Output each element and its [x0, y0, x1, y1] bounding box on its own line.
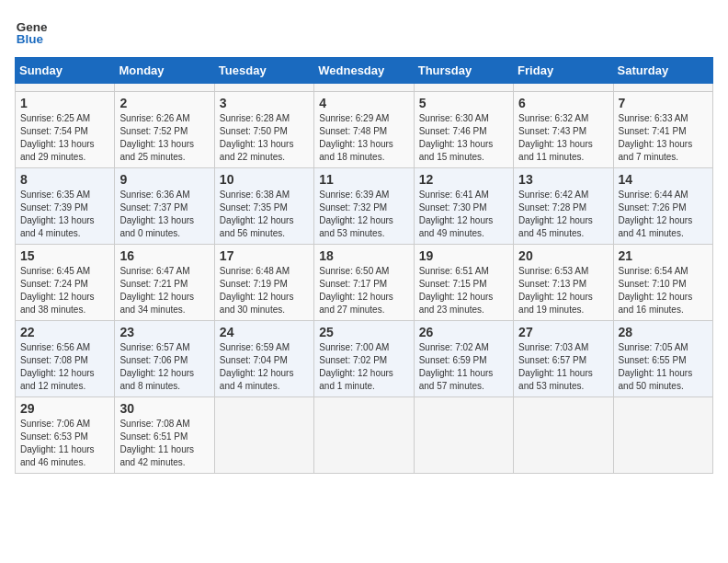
day-number: 3: [220, 96, 309, 110]
day-info: Sunrise: 6:42 AM Sunset: 7:28 PM Dayligh…: [518, 189, 608, 240]
calendar-cell: 12Sunrise: 6:41 AM Sunset: 7:30 PM Dayli…: [414, 168, 513, 245]
day-number: 25: [319, 325, 408, 339]
day-info: Sunrise: 6:29 AM Sunset: 7:48 PM Dayligh…: [319, 112, 408, 164]
day-info: Sunrise: 6:25 AM Sunset: 7:54 PM Dayligh…: [20, 112, 109, 164]
calendar-cell: 2Sunrise: 6:26 AM Sunset: 7:52 PM Daylig…: [115, 92, 214, 168]
day-info: Sunrise: 7:03 AM Sunset: 6:57 PM Dayligh…: [518, 341, 608, 393]
weekday-header-monday: Monday: [115, 58, 214, 84]
calendar-table: SundayMondayTuesdayWednesdayThursdayFrid…: [15, 57, 713, 474]
day-number: 29: [20, 401, 109, 416]
day-info: Sunrise: 6:56 AM Sunset: 7:08 PM Dayligh…: [20, 341, 109, 393]
logo-icon: General Blue: [15, 15, 48, 48]
calendar-cell: 30Sunrise: 7:08 AM Sunset: 6:51 PM Dayli…: [115, 397, 214, 474]
weekday-header-wednesday: Wednesday: [314, 58, 414, 84]
calendar-cell: 19Sunrise: 6:51 AM Sunset: 7:15 PM Dayli…: [414, 245, 513, 321]
calendar-cell: [314, 397, 414, 474]
day-info: Sunrise: 6:33 AM Sunset: 7:41 PM Dayligh…: [619, 112, 708, 164]
calendar-cell: 11Sunrise: 6:39 AM Sunset: 7:32 PM Dayli…: [314, 168, 414, 245]
day-number: 8: [20, 172, 109, 187]
day-info: Sunrise: 7:08 AM Sunset: 6:51 PM Dayligh…: [119, 418, 209, 469]
day-number: 22: [20, 325, 109, 339]
calendar-cell: [314, 84, 414, 92]
day-number: 2: [119, 96, 209, 110]
calendar-week-0: [16, 84, 713, 92]
day-number: 18: [319, 248, 408, 263]
day-number: 11: [319, 172, 408, 187]
day-info: Sunrise: 6:44 AM Sunset: 7:26 PM Dayligh…: [619, 189, 708, 240]
calendar-cell: [613, 84, 712, 92]
calendar-week-2: 8Sunrise: 6:35 AM Sunset: 7:39 PM Daylig…: [16, 168, 713, 245]
calendar-cell: 22Sunrise: 6:56 AM Sunset: 7:08 PM Dayli…: [16, 321, 115, 397]
day-info: Sunrise: 6:26 AM Sunset: 7:52 PM Dayligh…: [119, 112, 209, 164]
day-number: 10: [220, 172, 309, 187]
day-number: 21: [619, 248, 708, 263]
day-number: 26: [419, 325, 508, 339]
day-number: 4: [319, 96, 408, 110]
day-info: Sunrise: 7:00 AM Sunset: 7:02 PM Dayligh…: [319, 341, 408, 393]
svg-text:Blue: Blue: [17, 32, 44, 46]
day-info: Sunrise: 6:59 AM Sunset: 7:04 PM Dayligh…: [220, 341, 309, 393]
day-number: 23: [119, 325, 209, 339]
calendar-cell: 16Sunrise: 6:47 AM Sunset: 7:21 PM Dayli…: [115, 245, 214, 321]
day-info: Sunrise: 6:51 AM Sunset: 7:15 PM Dayligh…: [419, 265, 508, 316]
calendar-cell: 24Sunrise: 6:59 AM Sunset: 7:04 PM Dayli…: [214, 321, 313, 397]
day-number: 27: [518, 325, 608, 339]
day-number: 9: [119, 172, 209, 187]
calendar-cell: 6Sunrise: 6:32 AM Sunset: 7:43 PM Daylig…: [514, 92, 613, 168]
day-info: Sunrise: 6:39 AM Sunset: 7:32 PM Dayligh…: [319, 189, 408, 240]
calendar-cell: 9Sunrise: 6:36 AM Sunset: 7:37 PM Daylig…: [115, 168, 214, 245]
weekday-header-saturday: Saturday: [613, 58, 712, 84]
day-info: Sunrise: 7:06 AM Sunset: 6:53 PM Dayligh…: [20, 418, 109, 469]
day-number: 15: [20, 248, 109, 263]
calendar-cell: [214, 397, 313, 474]
calendar-week-3: 15Sunrise: 6:45 AM Sunset: 7:24 PM Dayli…: [16, 245, 713, 321]
day-info: Sunrise: 6:45 AM Sunset: 7:24 PM Dayligh…: [20, 265, 109, 316]
day-info: Sunrise: 6:38 AM Sunset: 7:35 PM Dayligh…: [220, 189, 309, 240]
calendar-cell: [16, 84, 115, 92]
day-info: Sunrise: 6:53 AM Sunset: 7:13 PM Dayligh…: [518, 265, 608, 316]
calendar-cell: 13Sunrise: 6:42 AM Sunset: 7:28 PM Dayli…: [514, 168, 613, 245]
calendar-week-1: 1Sunrise: 6:25 AM Sunset: 7:54 PM Daylig…: [16, 92, 713, 168]
weekday-header-row: SundayMondayTuesdayWednesdayThursdayFrid…: [16, 58, 713, 84]
calendar-cell: 20Sunrise: 6:53 AM Sunset: 7:13 PM Dayli…: [514, 245, 613, 321]
day-info: Sunrise: 6:57 AM Sunset: 7:06 PM Dayligh…: [119, 341, 209, 393]
day-number: 30: [119, 401, 209, 416]
calendar-cell: 21Sunrise: 6:54 AM Sunset: 7:10 PM Dayli…: [613, 245, 712, 321]
day-number: 20: [518, 248, 608, 263]
calendar-cell: [514, 84, 613, 92]
day-info: Sunrise: 6:35 AM Sunset: 7:39 PM Dayligh…: [20, 189, 109, 240]
calendar-cell: 15Sunrise: 6:45 AM Sunset: 7:24 PM Dayli…: [16, 245, 115, 321]
weekday-header-thursday: Thursday: [414, 58, 513, 84]
day-info: Sunrise: 6:54 AM Sunset: 7:10 PM Dayligh…: [619, 265, 708, 316]
calendar-cell: 23Sunrise: 6:57 AM Sunset: 7:06 PM Dayli…: [115, 321, 214, 397]
calendar-cell: 10Sunrise: 6:38 AM Sunset: 7:35 PM Dayli…: [214, 168, 313, 245]
day-number: 1: [20, 96, 109, 110]
day-info: Sunrise: 6:32 AM Sunset: 7:43 PM Dayligh…: [518, 112, 608, 164]
page-header: General Blue: [15, 15, 713, 48]
calendar-cell: 5Sunrise: 6:30 AM Sunset: 7:46 PM Daylig…: [414, 92, 513, 168]
calendar-cell: 27Sunrise: 7:03 AM Sunset: 6:57 PM Dayli…: [514, 321, 613, 397]
day-number: 17: [220, 248, 309, 263]
day-number: 13: [518, 172, 608, 187]
day-info: Sunrise: 6:36 AM Sunset: 7:37 PM Dayligh…: [119, 189, 209, 240]
day-number: 14: [619, 172, 708, 187]
day-number: 6: [518, 96, 608, 110]
calendar-cell: 28Sunrise: 7:05 AM Sunset: 6:55 PM Dayli…: [613, 321, 712, 397]
day-info: Sunrise: 7:05 AM Sunset: 6:55 PM Dayligh…: [619, 341, 708, 393]
day-number: 5: [419, 96, 508, 110]
day-info: Sunrise: 6:47 AM Sunset: 7:21 PM Dayligh…: [119, 265, 209, 316]
calendar-cell: [115, 84, 214, 92]
calendar-cell: 18Sunrise: 6:50 AM Sunset: 7:17 PM Dayli…: [314, 245, 414, 321]
day-info: Sunrise: 6:50 AM Sunset: 7:17 PM Dayligh…: [319, 265, 408, 316]
day-info: Sunrise: 6:28 AM Sunset: 7:50 PM Dayligh…: [220, 112, 309, 164]
day-info: Sunrise: 7:02 AM Sunset: 6:59 PM Dayligh…: [419, 341, 508, 393]
calendar-cell: 8Sunrise: 6:35 AM Sunset: 7:39 PM Daylig…: [16, 168, 115, 245]
calendar-cell: 25Sunrise: 7:00 AM Sunset: 7:02 PM Dayli…: [314, 321, 414, 397]
day-info: Sunrise: 6:48 AM Sunset: 7:19 PM Dayligh…: [220, 265, 309, 316]
weekday-header-sunday: Sunday: [16, 58, 115, 84]
day-info: Sunrise: 6:41 AM Sunset: 7:30 PM Dayligh…: [419, 189, 508, 240]
day-number: 12: [419, 172, 508, 187]
calendar-cell: [414, 84, 513, 92]
calendar-week-5: 29Sunrise: 7:06 AM Sunset: 6:53 PM Dayli…: [16, 397, 713, 474]
day-number: 19: [419, 248, 508, 263]
